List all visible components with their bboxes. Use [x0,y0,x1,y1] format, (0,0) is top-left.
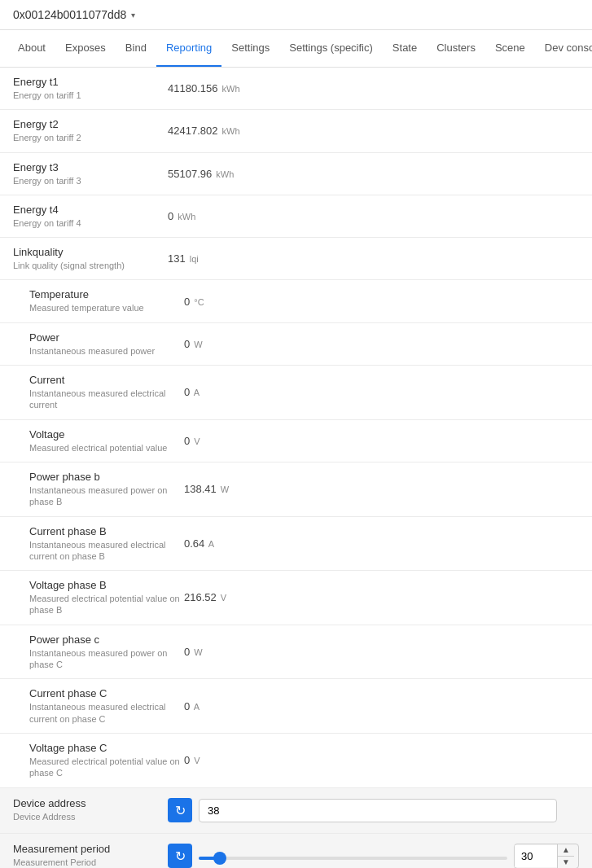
row-energy-t2: Energy t2 Energy on tariff 2 42417.802 k… [0,110,592,152]
row-subtitle-temperature: Measured temperature value [29,302,184,313]
measurement-period-content: ↻ ▲ ▼ [168,844,579,868]
device-address-label-col: Device address Device Address [13,797,168,822]
row-subtitle-current-phase-b: Instantaneous measured electrical curren… [29,539,184,563]
row-energy-t3: Energy t3 Energy on tariff 3 55107.96 kW… [0,153,592,195]
device-selector[interactable]: 0x00124b0011077dd8 ▾ [13,8,135,21]
row-label-voltage-phase-b: Voltage phase B Measured electrical pote… [29,579,184,616]
spinner-down-button[interactable]: ▼ [558,857,574,868]
refresh-icon-2: ↻ [175,848,186,864]
row-unit-energy-t1: kWh [219,84,239,94]
row-title-power-phase-c: Power phase c [29,633,184,646]
row-voltage: Voltage Measured electrical potential va… [0,420,592,462]
row-unit-temperature: °C [191,297,204,307]
row-value-energy-t2: 42417.802 kWh [168,125,579,137]
row-value-power-phase-b: 138.41 W [184,483,579,495]
tab-about[interactable]: About [8,30,55,67]
tab-state[interactable]: State [383,30,427,67]
chevron-down-icon: ▾ [131,11,135,20]
measurement-period-title: Measurement period [13,843,168,855]
row-title-energy-t3: Energy t3 [13,161,168,173]
row-title-temperature: Temperature [29,288,184,300]
device-address-input[interactable] [199,799,557,822]
row-title-energy-t1: Energy t1 [13,76,168,88]
row-current-phase-b: Current phase B Instantaneous measured e… [0,517,592,572]
row-label-temperature: Temperature Measured temperature value [29,288,184,313]
row-unit-current-phase-b: A [206,539,214,549]
number-spinner: ▲ ▼ [514,844,579,868]
row-subtitle-current-phase-c: Instantaneous measured electrical curren… [29,701,184,725]
row-subtitle-power-phase-b: Instantaneous measured power on phase B [29,484,184,508]
row-unit-current: A [191,388,200,397]
tab-clusters[interactable]: Clusters [427,30,485,67]
row-value-energy-t1: 41180.156 kWh [168,82,579,94]
row-label-power-phase-c: Power phase c Instantaneous measured pow… [29,633,184,671]
row-current-phase-c: Current phase C Instantaneous measured e… [0,679,592,734]
tab-bind[interactable]: Bind [116,30,156,67]
row-title-energy-t2: Energy t2 [13,118,168,130]
device-address-title: Device address [13,797,168,809]
row-current: Current Instantaneous measured electrica… [0,366,592,420]
row-label-linkquality: Linkquality Link quality (signal strengt… [13,246,168,271]
row-power: Power Instantaneous measured power 0 W [0,323,592,366]
row-voltage-phase-c: Voltage phase C Measured electrical pote… [0,734,592,788]
device-address-content: ↻ [168,798,579,822]
tab-scene[interactable]: Scene [485,30,535,67]
row-linkquality: Linkquality Link quality (signal strengt… [0,238,592,280]
row-title-current-phase-b: Current phase B [29,525,184,537]
row-title-linkquality: Linkquality [13,246,168,258]
row-unit-voltage: V [191,436,200,446]
row-title-voltage-phase-b: Voltage phase B [29,579,184,591]
tab-reporting[interactable]: Reporting [156,30,221,67]
row-unit-energy-t3: kWh [213,169,234,179]
row-label-current: Current Instantaneous measured electrica… [29,374,184,411]
row-label-energy-t3: Energy t3 Energy on tariff 3 [13,161,168,186]
row-subtitle-voltage: Measured electrical potential value [29,442,184,454]
row-title-voltage-phase-c: Voltage phase C [29,742,184,754]
row-label-current-phase-b: Current phase B Instantaneous measured e… [29,525,184,563]
row-unit-power-phase-b: W [218,484,229,494]
row-subtitle-voltage-phase-b: Measured electrical potential value on p… [29,593,184,616]
tab-dev-console[interactable]: Dev console [535,30,592,67]
row-label-energy-t1: Energy t1 Energy on tariff 1 [13,76,168,101]
device-address-refresh-button[interactable]: ↻ [168,798,192,822]
row-label-energy-t2: Energy t2 Energy on tariff 2 [13,118,168,143]
row-subtitle-current: Instantaneous measured electrical curren… [29,388,184,411]
row-subtitle-energy-t4: Energy on tariff 4 [13,217,168,229]
row-subtitle-power-phase-c: Instantaneous measured power on phase C [29,647,184,671]
row-value-voltage-phase-b: 216.52 V [184,591,579,603]
row-power-phase-c: Power phase c Instantaneous measured pow… [0,625,592,680]
row-label-voltage-phase-c: Voltage phase C Measured electrical pote… [29,742,184,779]
row-value-current-phase-c: 0 A [184,700,579,712]
slider-container [199,850,507,862]
row-unit-energy-t2: kWh [219,126,239,136]
measurement-period-slider[interactable] [199,857,507,860]
tab-exposes[interactable]: Exposes [55,30,116,67]
tab-settings-specific[interactable]: Settings (specific) [279,30,383,67]
refresh-icon: ↻ [175,803,186,818]
row-label-current-phase-c: Current phase C Instantaneous measured e… [29,687,184,725]
row-title-current: Current [29,374,184,386]
row-subtitle-linkquality: Link quality (signal strength) [13,260,168,271]
row-label-energy-t4: Energy t4 Energy on tariff 4 [13,204,168,229]
spinner-up-button[interactable]: ▲ [558,844,574,857]
row-title-power: Power [29,331,184,344]
row-unit-power: W [191,340,202,349]
row-value-current: 0 A [184,386,579,398]
row-subtitle-voltage-phase-c: Measured electrical potential value on p… [29,756,184,779]
row-value-voltage: 0 V [184,435,579,447]
row-energy-t4: Energy t4 Energy on tariff 4 0 kWh [0,195,592,238]
row-value-energy-t4: 0 kWh [168,210,579,222]
row-subtitle-energy-t1: Energy on tariff 1 [13,90,168,101]
row-subtitle-energy-t3: Energy on tariff 3 [13,175,168,186]
row-value-power: 0 W [184,338,579,350]
top-bar: 0x00124b0011077dd8 ▾ [0,0,592,30]
tab-settings[interactable]: Settings [221,30,279,67]
row-unit-energy-t4: kWh [175,212,195,221]
content: Energy t1 Energy on tariff 1 41180.156 k… [0,68,592,788]
row-value-energy-t3: 55107.96 kWh [168,168,579,180]
row-title-energy-t4: Energy t4 [13,204,168,216]
measurement-period-number[interactable] [515,845,557,867]
row-value-current-phase-b: 0.64 A [184,537,579,550]
measurement-period-row: Measurement period Measurement Period ↻ … [0,834,592,868]
measurement-period-refresh-button[interactable]: ↻ [168,844,192,868]
